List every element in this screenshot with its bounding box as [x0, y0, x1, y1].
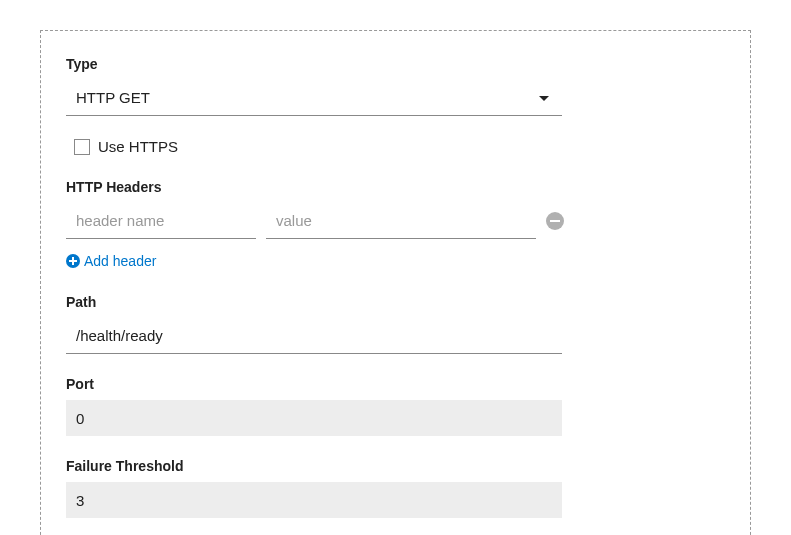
port-input[interactable]: 0: [66, 400, 562, 436]
type-select[interactable]: HTTP GET: [66, 80, 562, 116]
type-group: Type HTTP GET: [66, 56, 725, 116]
health-check-form: Type HTTP GET Use HTTPS HTTP Headers Add…: [40, 30, 751, 535]
path-group: Path: [66, 294, 725, 354]
port-value: 0: [76, 410, 84, 427]
failure-threshold-input[interactable]: 3: [66, 482, 562, 518]
add-header-label: Add header: [84, 253, 156, 269]
use-https-checkbox[interactable]: [74, 139, 90, 155]
add-header-button[interactable]: Add header: [66, 253, 156, 269]
use-https-row: Use HTTPS: [74, 138, 725, 155]
port-label: Port: [66, 376, 725, 392]
path-label: Path: [66, 294, 725, 310]
remove-header-icon[interactable]: [546, 212, 564, 230]
header-value-input[interactable]: [266, 203, 536, 239]
header-row: [66, 203, 725, 239]
type-label: Type: [66, 56, 725, 72]
failure-threshold-label: Failure Threshold: [66, 458, 725, 474]
header-name-input[interactable]: [66, 203, 256, 239]
use-https-label: Use HTTPS: [98, 138, 178, 155]
http-headers-group: HTTP Headers Add header: [66, 179, 725, 272]
plus-circle-icon: [66, 254, 80, 268]
port-group: Port 0: [66, 376, 725, 436]
failure-threshold-value: 3: [76, 492, 84, 509]
path-input[interactable]: [66, 318, 562, 354]
failure-threshold-group: Failure Threshold 3: [66, 458, 725, 518]
http-headers-label: HTTP Headers: [66, 179, 725, 195]
type-value: HTTP GET: [76, 89, 150, 106]
